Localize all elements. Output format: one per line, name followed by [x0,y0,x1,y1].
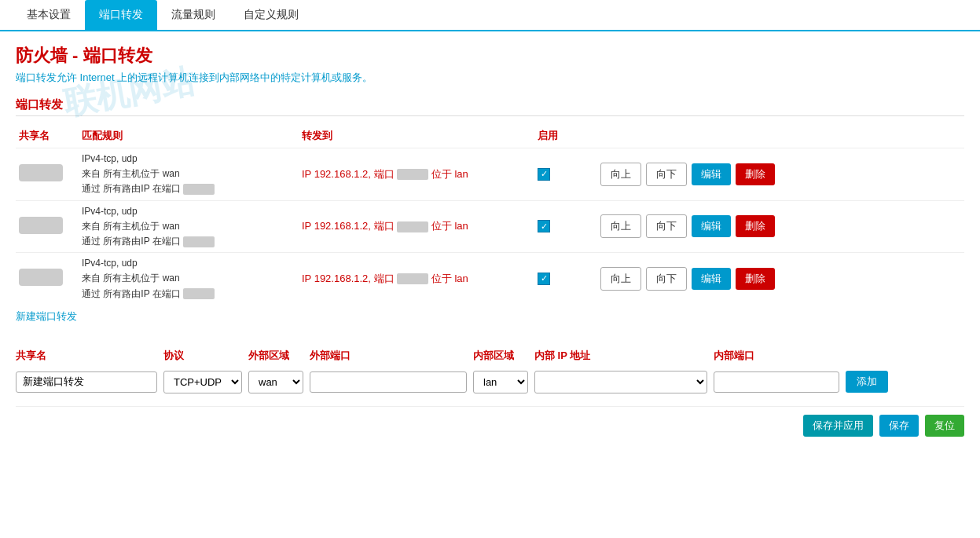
delete-button-1[interactable]: 删除 [736,163,775,185]
add-button[interactable]: 添加 [846,371,888,393]
rule-detail-3: IPv4-tcp, udp 来自 所有主机位于 wan 通过 所有路由IP 在端… [82,256,302,302]
int-ip-select[interactable] [534,371,707,393]
page-subtitle: 端口转发允许 Internet 上的远程计算机连接到内部网络中的特定计算机或服务… [16,71,964,85]
section-title: 端口转发 [16,97,964,116]
form-col-int-port: 内部端口 [714,349,839,363]
save-button[interactable]: 保存 [879,415,919,437]
tab-custom-rules[interactable]: 自定义规则 [229,0,313,30]
down-button-1[interactable]: 向下 [646,163,687,186]
up-button-3[interactable]: 向上 [600,267,641,291]
col-match: 匹配规则 [82,129,302,143]
col-name: 共享名 [19,129,82,143]
tab-basic[interactable]: 基本设置 [13,0,85,30]
rule-detail-2: IPv4-tcp, udp 来自 所有主机位于 wan 通过 所有路由IP 在端… [82,204,302,250]
up-button-2[interactable]: 向上 [600,214,641,238]
form-col-protocol: 协议 [163,349,242,363]
save-apply-button[interactable]: 保存并应用 [803,415,873,437]
rule-actions-1: 向上 向下 编辑 删除 [600,163,961,186]
form-col-ext-zone: 外部区域 [248,349,303,363]
form-section: 共享名 协议 外部区域 外部端口 内部区域 内部 IP 地址 内部端口 TCP+… [16,346,964,393]
new-forward-link[interactable]: 新建端口转发 [16,309,77,324]
edit-button-3[interactable]: 编辑 [692,268,731,290]
rule-row: IPv4-tcp, udp 来自 所有主机位于 wan 通过 所有路由IP 在端… [16,200,964,253]
int-port-input[interactable] [714,371,839,393]
rule-name-tag-2 [19,217,63,234]
enable-checkbox-2[interactable]: ✓ [538,220,550,232]
rule-name-tag-3 [19,269,63,286]
tab-bar: 基本设置 端口转发 流量规则 自定义规则 [0,0,980,31]
form-col-int-zone: 内部区域 [473,349,528,363]
page-title: 防火墙 - 端口转发 [16,44,964,68]
rule-row: IPv4-tcp, udp 来自 所有主机位于 wan 通过 所有路由IP 在端… [16,252,964,305]
form-col-ext-port: 外部端口 [310,349,467,363]
rule-forward-3: IP 192.168.1.2, 端口 位于 lan [302,272,538,286]
bottom-bar: 保存并应用 保存 复位 [16,406,964,437]
form-col-int-ip: 内部 IP 地址 [534,349,707,363]
rule-row: IPv4-tcp, udp 来自 所有主机位于 wan 通过 所有路由IP 在端… [16,148,964,200]
rule-forward-1: IP 192.168.1.2, 端口 位于 lan [302,167,538,181]
down-button-3[interactable]: 向下 [646,267,687,291]
tab-traffic-rules[interactable]: 流量规则 [157,0,229,30]
rule-table-header: 共享名 匹配规则 转发到 启用 [16,124,964,148]
rule-actions-3: 向上 向下 编辑 删除 [600,267,961,291]
delete-button-2[interactable]: 删除 [736,215,775,237]
edit-button-2[interactable]: 编辑 [692,215,731,237]
tab-port-forward[interactable]: 端口转发 [85,0,157,30]
protocol-select[interactable]: TCP+UDP TCP UDP [163,371,242,393]
int-zone-select[interactable]: lan [473,371,528,393]
enable-checkbox-3[interactable]: ✓ [538,273,550,285]
down-button-2[interactable]: 向下 [646,214,687,238]
col-forward: 转发到 [302,129,538,143]
delete-button-3[interactable]: 删除 [736,268,775,290]
up-button-1[interactable]: 向上 [600,163,641,186]
ext-zone-select[interactable]: wan [248,371,303,393]
reset-button[interactable]: 复位 [925,415,964,437]
rule-forward-2: IP 192.168.1.2, 端口 位于 lan [302,219,538,233]
enable-checkbox-1[interactable]: ✓ [538,168,550,181]
col-enable: 启用 [538,129,600,143]
new-name-input[interactable] [16,371,157,393]
rule-detail-1: IPv4-tcp, udp 来自 所有主机位于 wan 通过 所有路由IP 在端… [82,152,302,197]
edit-button-1[interactable]: 编辑 [692,163,731,185]
ext-port-input[interactable] [310,371,467,393]
rule-name-tag-1 [19,164,63,181]
rule-actions-2: 向上 向下 编辑 删除 [600,214,961,238]
form-col-name: 共享名 [16,349,157,363]
